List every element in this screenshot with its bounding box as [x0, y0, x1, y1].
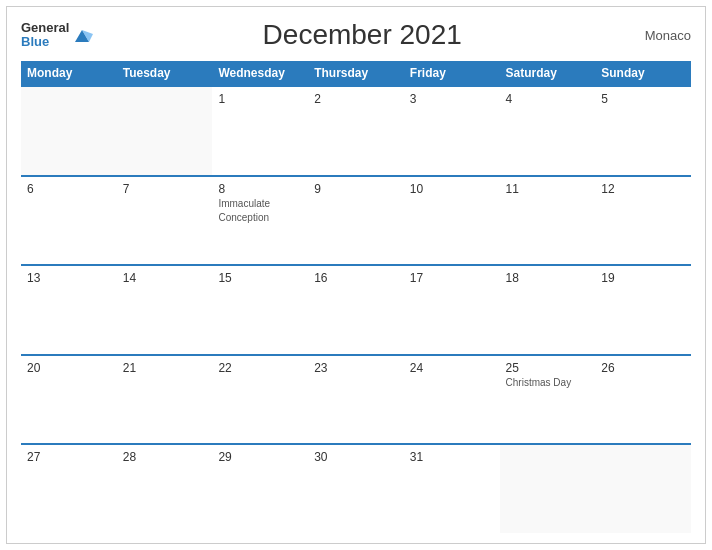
- day-number: 25: [506, 361, 590, 375]
- day-cell: 30: [308, 445, 404, 533]
- day-cell: 9: [308, 177, 404, 265]
- day-number: 6: [27, 182, 111, 196]
- calendar-grid: Monday Tuesday Wednesday Thursday Friday…: [21, 61, 691, 533]
- day-number: 8: [218, 182, 302, 196]
- day-number: 26: [601, 361, 685, 375]
- logo-blue-text: Blue: [21, 35, 69, 49]
- day-cell: 4: [500, 87, 596, 175]
- day-cell: 23: [308, 356, 404, 444]
- day-number: 30: [314, 450, 398, 464]
- day-tuesday: Tuesday: [117, 61, 213, 85]
- calendar-title: December 2021: [93, 19, 631, 51]
- day-cell: 19: [595, 266, 691, 354]
- day-cell: 14: [117, 266, 213, 354]
- day-cell: 2: [308, 87, 404, 175]
- day-number: 20: [27, 361, 111, 375]
- day-number: 7: [123, 182, 207, 196]
- days-header: Monday Tuesday Wednesday Thursday Friday…: [21, 61, 691, 85]
- day-monday: Monday: [21, 61, 117, 85]
- day-cell: 17: [404, 266, 500, 354]
- day-cell: 29: [212, 445, 308, 533]
- day-sunday: Sunday: [595, 61, 691, 85]
- day-cell: 18: [500, 266, 596, 354]
- logo-general-text: General: [21, 21, 69, 35]
- calendar-container: General Blue December 2021 Monaco Monday…: [6, 6, 706, 544]
- day-number: 28: [123, 450, 207, 464]
- day-number: 12: [601, 182, 685, 196]
- day-number: 11: [506, 182, 590, 196]
- day-number: 13: [27, 271, 111, 285]
- day-cell: 11: [500, 177, 596, 265]
- day-thursday: Thursday: [308, 61, 404, 85]
- logo: General Blue: [21, 21, 93, 50]
- day-number: 29: [218, 450, 302, 464]
- day-cell: 8Immaculate Conception: [212, 177, 308, 265]
- day-cell: 27: [21, 445, 117, 533]
- day-number: 1: [218, 92, 302, 106]
- day-cell: 22: [212, 356, 308, 444]
- day-cell: 16: [308, 266, 404, 354]
- day-saturday: Saturday: [500, 61, 596, 85]
- day-cell: 24: [404, 356, 500, 444]
- day-cell: 25Christmas Day: [500, 356, 596, 444]
- day-friday: Friday: [404, 61, 500, 85]
- day-cell: 26: [595, 356, 691, 444]
- day-number: 31: [410, 450, 494, 464]
- day-wednesday: Wednesday: [212, 61, 308, 85]
- week-row-2: 678Immaculate Conception9101112: [21, 175, 691, 265]
- day-number: 2: [314, 92, 398, 106]
- day-cell: [21, 87, 117, 175]
- day-number: 16: [314, 271, 398, 285]
- day-number: 22: [218, 361, 302, 375]
- day-cell: 10: [404, 177, 500, 265]
- day-cell: [595, 445, 691, 533]
- day-number: 17: [410, 271, 494, 285]
- day-cell: 5: [595, 87, 691, 175]
- day-number: 24: [410, 361, 494, 375]
- week-row-1: 12345: [21, 85, 691, 175]
- logo-icon: [71, 24, 93, 46]
- day-number: 9: [314, 182, 398, 196]
- day-cell: [117, 87, 213, 175]
- day-cell: [500, 445, 596, 533]
- day-cell: 1: [212, 87, 308, 175]
- day-number: 3: [410, 92, 494, 106]
- day-number: 10: [410, 182, 494, 196]
- calendar-header: General Blue December 2021 Monaco: [21, 19, 691, 51]
- day-cell: 13: [21, 266, 117, 354]
- day-cell: 31: [404, 445, 500, 533]
- day-number: 23: [314, 361, 398, 375]
- day-cell: 3: [404, 87, 500, 175]
- day-cell: 6: [21, 177, 117, 265]
- day-cell: 20: [21, 356, 117, 444]
- week-row-5: 2728293031: [21, 443, 691, 533]
- day-number: 18: [506, 271, 590, 285]
- day-number: 15: [218, 271, 302, 285]
- day-cell: 12: [595, 177, 691, 265]
- week-row-3: 13141516171819: [21, 264, 691, 354]
- day-cell: 28: [117, 445, 213, 533]
- day-cell: 15: [212, 266, 308, 354]
- day-cell: 7: [117, 177, 213, 265]
- day-cell: 21: [117, 356, 213, 444]
- day-number: 21: [123, 361, 207, 375]
- day-number: 5: [601, 92, 685, 106]
- day-number: 4: [506, 92, 590, 106]
- day-number: 14: [123, 271, 207, 285]
- day-number: 19: [601, 271, 685, 285]
- calendar-body: 12345678Immaculate Conception91011121314…: [21, 85, 691, 533]
- day-number: 27: [27, 450, 111, 464]
- week-row-4: 202122232425Christmas Day26: [21, 354, 691, 444]
- country-label: Monaco: [631, 28, 691, 43]
- day-event: Christmas Day: [506, 377, 572, 388]
- day-event: Immaculate Conception: [218, 198, 270, 223]
